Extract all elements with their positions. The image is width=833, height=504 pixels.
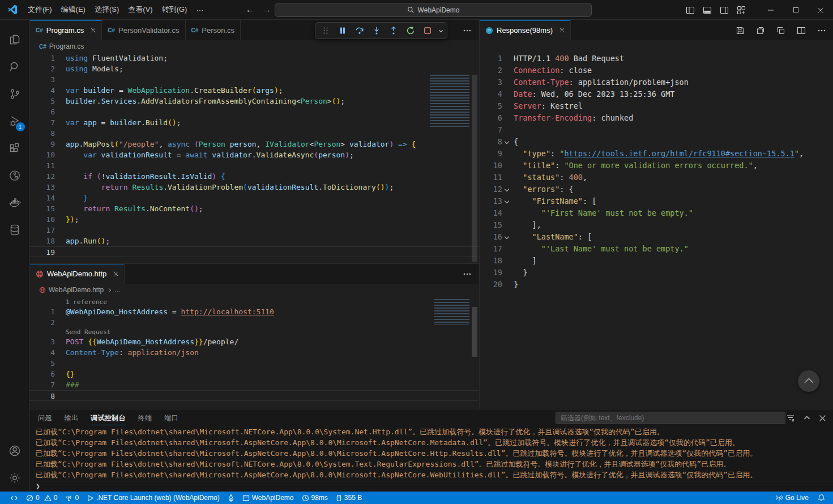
search-sidebar-icon[interactable] (0, 53, 29, 80)
step-into-icon[interactable] (369, 23, 385, 38)
stop-dropdown-chevron-icon[interactable] (437, 23, 445, 38)
fold-chevron-icon[interactable] (502, 195, 512, 207)
code-line: 5builder.Services.AddValidatorsFromAssem… (30, 96, 479, 106)
menu-more[interactable]: ··· (191, 3, 208, 16)
split-editor-icon[interactable] (797, 26, 806, 35)
go-live-button[interactable]: Go Live (775, 494, 809, 502)
clear-filter-icon[interactable] (786, 413, 795, 422)
maximize-button[interactable] (783, 0, 808, 20)
stop-icon[interactable] (420, 23, 435, 38)
ports-status[interactable]: 0 (65, 494, 79, 502)
more-actions-icon[interactable] (463, 26, 472, 35)
back-arrow-icon[interactable]: ← (245, 5, 254, 15)
remote-indicator[interactable] (10, 494, 18, 502)
panel-tab-debug-console[interactable]: 调试控制台 (91, 409, 126, 426)
save-copy-icon[interactable] (756, 26, 765, 35)
close-tab-icon[interactable] (113, 271, 118, 276)
copy-icon[interactable] (776, 26, 785, 35)
debug-config-label: .NET Core Launch (web) (WebApiDemo) (96, 494, 220, 502)
restart-icon[interactable] (403, 23, 418, 38)
close-tab-icon[interactable] (91, 28, 96, 33)
account-icon[interactable] (0, 437, 29, 464)
close-panel-icon[interactable] (819, 415, 826, 422)
fold-gutter (502, 124, 512, 136)
more-actions-icon[interactable] (817, 26, 826, 35)
project-label: WebApiDemo (252, 494, 294, 502)
line-number: 5 (480, 100, 502, 112)
panel-tab-problems[interactable]: 问题 (38, 409, 52, 426)
extensions-icon[interactable] (0, 135, 29, 162)
panel-tab-ports[interactable]: 端口 (164, 409, 178, 426)
menu-edit[interactable]: 编辑(E) (57, 2, 90, 17)
notifications-button[interactable] (818, 494, 825, 502)
line-number: 10 (480, 160, 502, 172)
tab-program-cs[interactable]: C# Program.cs (30, 20, 102, 40)
console-filter-input[interactable] (556, 412, 785, 424)
response-size-status[interactable]: 355 B (336, 494, 362, 502)
response-viewer[interactable]: 1HTTP/1.1 400 Bad Request2Connection: cl… (480, 40, 833, 408)
command-center-search[interactable]: WebApiDemo (275, 3, 592, 17)
panel-tab-terminal[interactable]: 终端 (138, 409, 152, 426)
customize-layout-icon[interactable] (737, 6, 746, 15)
toolbar-drag-handle[interactable] (318, 23, 334, 38)
breadcrumb[interactable]: C# Program.cs (30, 40, 479, 53)
breadcrumb[interactable]: WebApiDemo.http ... (30, 284, 479, 296)
menu-selection[interactable]: 选择(S) (90, 2, 123, 17)
line-number: 14 (30, 193, 55, 203)
code-line: 14 "'First Name' must not be empty." (480, 207, 833, 219)
tab-webapidemo-http[interactable]: WebApiDemo.http (30, 264, 125, 284)
code-editor-program-cs[interactable]: 1using FluentValidation;2using Models;34… (30, 53, 479, 263)
source-control-icon[interactable] (0, 80, 29, 108)
toggle-panel-icon[interactable] (703, 6, 712, 15)
panel-tab-output[interactable]: 输出 (65, 409, 79, 426)
fold-chevron-icon[interactable] (502, 136, 512, 148)
code-editor-webapidemo-http[interactable]: 1 reference1@WebApiDemo_HostAddress = ht… (30, 296, 479, 408)
scrollbar-thumb[interactable] (472, 75, 477, 262)
code-line: 13 return Results.ValidationProblem(vali… (30, 182, 479, 193)
hot-reload-status[interactable] (228, 494, 234, 502)
more-actions-icon[interactable] (463, 270, 472, 279)
settings-gear-icon[interactable] (0, 464, 29, 492)
fold-chevron-icon[interactable] (502, 231, 512, 243)
toggle-secondary-sidebar-icon[interactable] (720, 6, 729, 15)
gitlens-icon[interactable] (0, 162, 29, 189)
line-number: 19 (30, 247, 55, 257)
tab-personvalidator-cs[interactable]: C# PersonValidator.cs (102, 20, 185, 40)
save-icon[interactable] (736, 26, 745, 35)
fold-gutter (502, 160, 512, 172)
menu-goto[interactable]: 转到(G) (157, 2, 192, 17)
toggle-sidebar-icon[interactable] (686, 6, 695, 15)
problems-status[interactable]: 0 0 (26, 494, 57, 502)
step-out-icon[interactable] (386, 23, 401, 38)
response-time-status[interactable]: 98ms (302, 494, 328, 502)
database-icon[interactable] (0, 216, 29, 244)
close-tab-icon[interactable] (559, 28, 565, 33)
pause-icon[interactable] (335, 23, 351, 38)
line-number: 8 (30, 391, 55, 400)
docker-icon[interactable] (0, 189, 29, 216)
tab-label: WebApiDemo.http (47, 270, 106, 278)
code-line: 12 "errors": { (480, 183, 833, 195)
project-status[interactable]: WebApiDemo (242, 494, 294, 502)
tab-response[interactable]: Response(98ms) (480, 20, 571, 40)
debug-launch-status[interactable]: .NET Core Launch (web) (WebApiDemo) (87, 494, 220, 502)
fold-chevron-icon[interactable] (502, 183, 512, 195)
menu-file[interactable]: 文件(F) (23, 2, 57, 17)
line-number: 14 (480, 207, 502, 219)
explorer-icon[interactable] (0, 26, 29, 53)
tab-person-cs[interactable]: C# Person.cs (186, 20, 241, 40)
debug-console-output[interactable]: 已加载“C:\Program Files\dotnet\shared\Micro… (30, 426, 833, 481)
run-debug-icon[interactable]: 1 (0, 108, 29, 135)
scrollbar-thumb[interactable] (472, 307, 477, 357)
forward-arrow-icon[interactable]: → (262, 5, 271, 15)
minimap[interactable] (430, 75, 469, 127)
menu-view[interactable]: 查看(V) (123, 2, 157, 17)
minimap[interactable] (434, 299, 469, 325)
debug-console-prompt[interactable]: ❯ (30, 481, 833, 492)
step-over-icon[interactable] (352, 23, 368, 38)
clock-icon (302, 494, 309, 502)
minimize-button[interactable] (758, 0, 783, 20)
close-window-button[interactable] (808, 0, 833, 20)
scroll-to-top-button[interactable] (798, 370, 819, 392)
maximize-panel-chevron-icon[interactable] (803, 414, 811, 422)
